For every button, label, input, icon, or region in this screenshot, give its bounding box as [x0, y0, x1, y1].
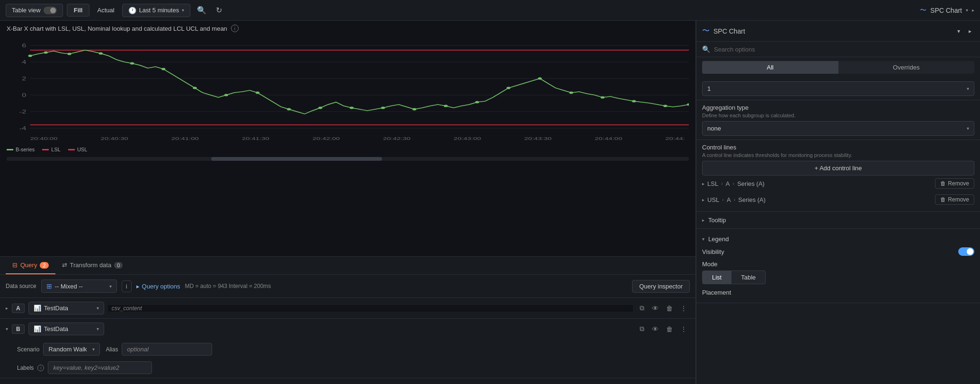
- lsl-a: A: [726, 180, 730, 187]
- legend-chevron: ▾: [702, 236, 704, 242]
- query-a-delete[interactable]: 🗑: [663, 303, 676, 314]
- toolbar-left: Table view Fill Actual 🕐 Last 5 minutes …: [6, 4, 225, 17]
- svg-text:20:43:30: 20:43:30: [524, 136, 552, 141]
- chart-scrollbar-thumb[interactable]: [211, 157, 382, 161]
- transform-icon: ⇄: [62, 262, 67, 269]
- chart-info-icon[interactable]: i: [231, 25, 239, 32]
- fill-button[interactable]: Fill: [67, 4, 90, 17]
- chart-title-bar: X-Bar X chart with LSL, USL, Nominal loo…: [0, 21, 695, 36]
- legend-label: Legend: [708, 236, 729, 243]
- chart-scrollbar[interactable]: [7, 157, 689, 161]
- tab-transform[interactable]: ⇄ Transform data 0: [55, 257, 130, 274]
- chart-svg: 6 4 2 0 -2 -4: [7, 36, 689, 145]
- labels-label: Labels: [17, 365, 34, 371]
- data-source-select[interactable]: ⊞ -- Mixed -- ▾: [41, 279, 117, 293]
- svg-point-34: [632, 100, 636, 103]
- table-view-toggle[interactable]: Table view: [6, 4, 63, 17]
- remove-lsl-label: Remove: [948, 180, 969, 187]
- search-icon: 🔍: [702, 45, 710, 53]
- scenario-value: Random Walk: [48, 346, 87, 353]
- legend-body: Visibility Mode List Table Placement: [702, 247, 974, 296]
- labels-input[interactable]: [48, 361, 152, 374]
- query-b-copy[interactable]: ⧉: [637, 323, 647, 335]
- query-icon: ⊟: [12, 262, 18, 269]
- time-range-button[interactable]: 🕐 Last 5 minutes ▾: [122, 4, 191, 17]
- tab-query[interactable]: ⊟ Query 2: [6, 257, 55, 274]
- query-a-visibility[interactable]: 👁: [649, 303, 661, 314]
- chart-legend: B-series LSL USL: [0, 145, 695, 156]
- lsl-arrow-2: ›: [732, 181, 734, 186]
- svg-point-32: [569, 92, 573, 94]
- panel-expand-btn[interactable]: ▸: [966, 26, 974, 36]
- legend-dot-red-lsl: [42, 149, 49, 150]
- query-a-toggle[interactable]: ▸: [6, 305, 8, 311]
- query-badge: 2: [40, 262, 48, 269]
- svg-point-36: [687, 104, 689, 106]
- chart-title: X-Bar X chart with LSL, USL, Nominal loo…: [7, 25, 227, 32]
- query-b-toggle[interactable]: ▾: [6, 326, 8, 332]
- svg-point-29: [475, 101, 479, 104]
- query-a-datasource[interactable]: 📊 TestData ▾: [28, 302, 104, 314]
- visibility-label: Visibility: [702, 248, 724, 255]
- actual-button[interactable]: Actual: [93, 4, 118, 16]
- zoom-out-button[interactable]: 🔍: [194, 4, 209, 17]
- legend-dot-red-usl: [68, 149, 75, 150]
- lsl-arrow-1: ›: [721, 181, 723, 186]
- alias-input[interactable]: [122, 343, 212, 356]
- tooltip-label: Tooltip: [708, 217, 726, 224]
- query-b-delete[interactable]: 🗑: [663, 323, 676, 335]
- panel-chevron-down-btn[interactable]: ▾: [954, 26, 963, 36]
- query-options-label-text: Query options: [142, 283, 180, 290]
- svg-point-31: [538, 78, 542, 80]
- control-line-lsl: ▸ LSL › A › Series (A) 🗑 Remove: [702, 175, 974, 192]
- aggregation-dropdown[interactable]: none ▾: [702, 121, 974, 136]
- mode-list-button[interactable]: List: [702, 271, 731, 284]
- legend-lsl: LSL: [42, 147, 61, 152]
- control-lines-label: Control lines: [702, 144, 974, 151]
- search-options-input[interactable]: [714, 46, 974, 53]
- right-panel-topbar: 〜 SPC Chart ▾ ▸: [696, 21, 980, 42]
- add-control-line-button[interactable]: + Add control line: [702, 161, 974, 175]
- query-b-visibility[interactable]: 👁: [649, 323, 661, 335]
- right-panel: 〜 SPC Chart ▾ ▸ 🔍 All Overrides 1 ▾: [696, 21, 980, 384]
- scenario-select[interactable]: Random Walk ▾: [43, 343, 100, 356]
- mode-row: Mode List Table: [702, 261, 974, 284]
- query-b-datasource[interactable]: 📊 TestData ▾: [28, 323, 104, 335]
- query-a-menu[interactable]: ⋮: [677, 303, 690, 314]
- placement-label: Placement: [702, 289, 974, 296]
- option-dropdown-1[interactable]: 1 ▾: [702, 81, 974, 96]
- data-source-label: Data source: [6, 283, 36, 289]
- clock-icon: 🕐: [128, 7, 136, 14]
- query-a-ds-label: TestData: [44, 305, 68, 312]
- trash-icon-usl: 🗑: [940, 196, 946, 203]
- labels-info-icon[interactable]: i: [37, 365, 44, 371]
- svg-point-28: [444, 105, 447, 107]
- remove-usl-button[interactable]: 🗑 Remove: [935, 194, 974, 205]
- query-b-menu[interactable]: ⋮: [677, 323, 690, 335]
- refresh-button[interactable]: ↻: [213, 4, 225, 17]
- visibility-toggle[interactable]: [958, 247, 974, 256]
- legend-usl: USL: [68, 147, 87, 152]
- query-a-copy[interactable]: ⧉: [637, 302, 647, 314]
- tab-overrides[interactable]: Overrides: [838, 61, 975, 74]
- remove-usl-label: Remove: [948, 196, 969, 203]
- panel-title-bar: 〜 SPC Chart ▾ ▸: [920, 6, 974, 15]
- svg-point-26: [381, 107, 385, 109]
- remove-lsl-button[interactable]: 🗑 Remove: [935, 178, 974, 189]
- tab-all[interactable]: All: [702, 61, 838, 74]
- labels-row: Labels i: [0, 359, 695, 378]
- query-inspector-button[interactable]: Query inspector: [632, 280, 690, 293]
- datasource-info-button[interactable]: i: [122, 280, 132, 292]
- tooltip-header[interactable]: ▸ Tooltip: [696, 212, 980, 228]
- query-options-toggle[interactable]: ▸ Query options: [136, 283, 180, 290]
- query-options-arrow: ▸: [136, 283, 140, 290]
- placement-row: Placement: [702, 289, 974, 296]
- query-b-ds-chevron: ▾: [97, 326, 99, 332]
- legend-header[interactable]: ▾ Legend: [702, 233, 974, 247]
- usl-label: USL: [707, 196, 719, 203]
- transform-badge: 0: [114, 262, 123, 269]
- mode-table-button[interactable]: Table: [731, 271, 766, 284]
- control-lines-desc: A control line indicates thresholds for …: [702, 152, 974, 158]
- chart-icon: 〜: [920, 6, 927, 15]
- scenario-chevron: ▾: [92, 347, 95, 352]
